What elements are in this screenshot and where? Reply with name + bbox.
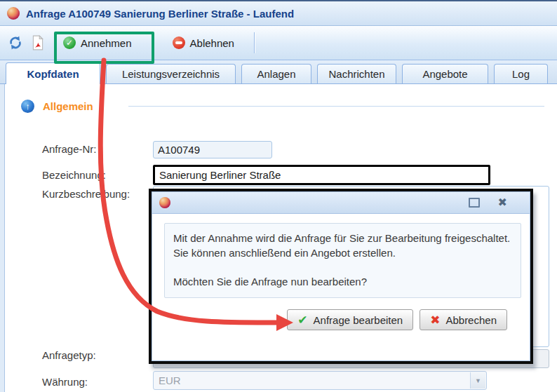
- x-icon: ✖: [430, 314, 440, 326]
- cancel-label: Abbrechen: [445, 314, 497, 326]
- anfrage-nr-label: Anfrage-Nr:: [42, 143, 97, 155]
- refresh-icon: [8, 35, 23, 50]
- dialog-message-panel: Mit der Annahme wird die Anfrage für Sie…: [164, 223, 521, 298]
- confirm-dialog: ✖ Mit der Annahme wird die Anfrage für S…: [149, 189, 533, 364]
- anfrage-nr-field[interactable]: [153, 141, 272, 158]
- accept-button[interactable]: ✓ Annehmen: [55, 33, 140, 53]
- dialog-titlebar: ✖: [152, 192, 530, 214]
- accept-button-label: Annehmen: [81, 37, 132, 49]
- reject-button-label: Ablehnen: [190, 37, 234, 49]
- bezeichnung-label: Bezeichnung:: [42, 169, 106, 181]
- window-titlebar: Anfrage A100749 Sanierung Berliner Straß…: [0, 1, 557, 26]
- window-title: Anfrage A100749 Sanierung Berliner Straß…: [26, 8, 294, 20]
- left-gutter: [0, 84, 5, 392]
- confirm-edit-label: Anfrage bearbeiten: [314, 314, 403, 326]
- check-icon: ✔: [297, 314, 307, 326]
- reject-minus-icon: [173, 36, 185, 49]
- dialog-message-1: Mit der Annahme wird die Anfrage für Sie…: [173, 231, 512, 260]
- chevron-down-icon[interactable]: ▼: [470, 372, 485, 388]
- toolbar-separator: [254, 32, 255, 53]
- tab-anlagen[interactable]: Anlagen: [241, 64, 311, 83]
- close-icon[interactable]: ✖: [498, 197, 507, 208]
- anfragetyp-label: Anfragetyp:: [42, 349, 96, 361]
- section-divider: [128, 106, 544, 107]
- dialog-app-icon: [159, 197, 170, 208]
- cancel-button[interactable]: ✖ Abbrechen: [420, 309, 507, 330]
- dialog-button-row: ✔ Anfrage bearbeiten ✖ Abbrechen: [164, 309, 521, 330]
- dialog-body: Mit der Annahme wird die Anfrage für Sie…: [152, 214, 530, 360]
- kurzbeschreibung-label: Kurzbeschreibung:: [42, 188, 130, 200]
- confirm-edit-button[interactable]: ✔ Anfrage bearbeiten: [287, 309, 413, 330]
- waehrung-value: EUR: [159, 374, 181, 386]
- section-title: Allgemein: [43, 100, 93, 112]
- pdf-export-button[interactable]: [29, 34, 46, 51]
- tab-kopfdaten[interactable]: Kopfdaten: [6, 62, 100, 84]
- anfrage-window: Anfrage A100749 Sanierung Berliner Straß…: [0, 0, 557, 392]
- tab-bar: Kopfdaten Leistungsverzeichnis Anlagen N…: [0, 60, 557, 84]
- tab-leistungsverzeichnis[interactable]: Leistungsverzeichnis: [106, 64, 236, 83]
- section-allgemein-header: ↑ Allgemein: [21, 100, 544, 113]
- app-logo-icon: [7, 7, 20, 20]
- toolbar: ✓ Annehmen Ablehnen: [0, 26, 557, 60]
- waehrung-label: Währung:: [42, 376, 88, 388]
- reject-button[interactable]: Ablehnen: [164, 33, 243, 53]
- tab-angebote[interactable]: Angebote: [402, 64, 488, 83]
- pdf-icon: [30, 35, 46, 50]
- accept-check-icon: ✓: [63, 36, 76, 49]
- refresh-button[interactable]: [7, 34, 24, 51]
- tab-log[interactable]: Log: [494, 64, 548, 83]
- collapse-section-icon[interactable]: ↑: [21, 100, 34, 113]
- bezeichnung-field[interactable]: [153, 165, 490, 185]
- waehrung-select[interactable]: EUR ▼: [153, 371, 487, 390]
- dialog-message-2: Möchten Sie die Anfrage nun bearbeiten?: [173, 275, 512, 290]
- maximize-icon[interactable]: [469, 198, 480, 208]
- tab-nachrichten[interactable]: Nachrichten: [317, 64, 396, 83]
